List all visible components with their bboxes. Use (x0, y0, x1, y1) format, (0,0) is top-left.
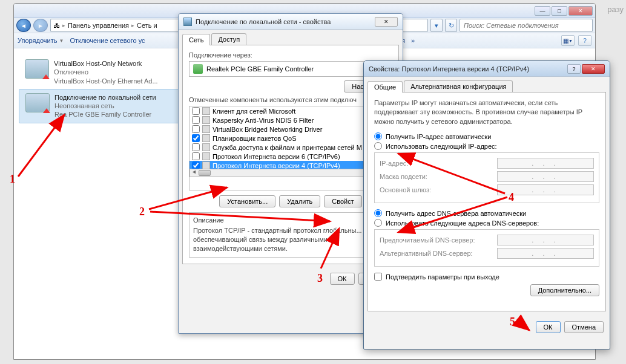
component-row: Протокол Интернета версии 6 (TCP/IPv6) (189, 152, 392, 161)
crumb-control-panel[interactable]: Панель управления (68, 22, 129, 29)
toolbar-disable[interactable]: Отключение сетевого ус (70, 37, 145, 44)
dns-fields-group: Предпочитаемый DNS-сервер:. . . Альтерна… (374, 229, 599, 267)
ok-button[interactable]: ОК (536, 321, 561, 333)
toolbar-organize[interactable]: Упорядочить▼ (18, 37, 64, 44)
tab-alt-config[interactable]: Альтернативная конфигурация (404, 80, 513, 92)
annotation-4: 4 (509, 191, 514, 204)
component-row: Служба доступа к файлам и принтерам сете… (189, 143, 392, 152)
dialog-titlebar: Свойства: Протокол Интернета версии 4 (T… (364, 61, 610, 77)
adapter-field: Realtek PCIe GBE Family Controller (189, 61, 392, 77)
search-input[interactable] (460, 19, 593, 32)
dns2-input: . . . (497, 248, 594, 259)
crumb-network[interactable]: Сеть и (137, 22, 157, 29)
dialog-close-button[interactable]: ✕ (375, 17, 398, 27)
component-icon (202, 143, 210, 151)
component-checkbox[interactable] (192, 125, 200, 133)
component-checkbox[interactable] (192, 107, 200, 115)
component-list[interactable]: Клиент для сетей Microsoft Kaspersky Ant… (189, 106, 392, 190)
mask-input: . . . (497, 171, 594, 182)
annotation-5: 5 (510, 316, 515, 328)
dns2-label: Альтернативный DNS-сервер: (380, 250, 473, 257)
dialog-title-text: Подключение по локальной сети - свойства (196, 18, 331, 25)
ok-button[interactable]: ОК (330, 273, 355, 285)
radio-auto-dns[interactable]: Получить адрес DNS-сервера автоматически (374, 209, 599, 217)
component-checkbox[interactable] (192, 116, 200, 124)
component-row: Клиент для сетей Microsoft (189, 106, 392, 115)
refresh-button[interactable]: ↻ (445, 19, 457, 32)
mask-label: Маска подсети: (380, 173, 427, 180)
annotation-1: 1 (10, 173, 15, 186)
ipv4-properties-dialog: Свойства: Протокол Интернета версии 4 (T… (363, 60, 610, 349)
dialog-titlebar: Подключение по локальной сети - свойства… (179, 14, 403, 30)
ip-address-label: IP-адрес: (380, 160, 408, 167)
horizontal-scrollbar[interactable] (189, 169, 392, 177)
component-icon (202, 107, 210, 115)
minimize-button[interactable]: — (535, 6, 550, 16)
remove-button[interactable]: Удалить (279, 195, 320, 207)
tab-general[interactable]: Общие (367, 81, 403, 93)
component-row: VirtualBox Bridged Networking Driver (189, 125, 392, 134)
maximize-button[interactable]: □ (552, 6, 567, 16)
component-row: Kaspersky Anti-Virus NDIS 6 Filter (189, 115, 392, 125)
tab-network[interactable]: Сеть (182, 34, 210, 45)
intro-text: Параметры IP могут назначаться автоматич… (374, 99, 599, 126)
back-button[interactable]: ◄ (16, 19, 31, 32)
description-box: Описание Протокол TCP/IP - стандартный п… (189, 212, 392, 258)
tab-access[interactable]: Доступ (211, 33, 246, 45)
forward-button[interactable]: ► (33, 19, 48, 32)
toolbar-more[interactable]: » (411, 37, 415, 44)
properties-button[interactable]: Свойст (324, 195, 361, 207)
components-label: Отмеченные компоненты используются этим … (189, 96, 392, 103)
annotation-3: 3 (317, 272, 323, 285)
dialog-close-button[interactable]: ✕ (582, 64, 605, 74)
install-button[interactable]: Установить... (219, 195, 275, 207)
adapter-icon (25, 59, 49, 79)
confirm-label: Подтвердить параметры при выходе (386, 273, 499, 281)
dns1-input: . . . (497, 235, 594, 245)
advanced-button[interactable]: Дополнительно... (530, 284, 599, 296)
component-checkbox[interactable] (192, 143, 200, 151)
radio-manual-dns[interactable]: Использовать следующие адреса DNS-сервер… (374, 219, 599, 227)
help-icon[interactable]: ? (578, 35, 591, 46)
ip-fields-group: IP-адрес:. . . Маска подсети:. . . Основ… (374, 152, 599, 203)
radio-auto-ip[interactable]: Получить IP-адрес автоматически (374, 132, 599, 140)
radio-manual-ip[interactable]: Использовать следующий IP-адрес: (374, 142, 599, 150)
dialog-icon (183, 18, 192, 26)
cancel-button[interactable]: Отмена (564, 321, 604, 333)
component-row: Планировщик пакетов QoS (189, 134, 392, 143)
component-checkbox[interactable] (192, 152, 200, 160)
dialog-title-text: Свойства: Протокол Интернета версии 4 (T… (369, 65, 529, 73)
component-icon (202, 125, 210, 133)
ip-address-input: . . . (497, 158, 594, 169)
nic-icon (193, 64, 203, 74)
gateway-label: Основной шлюз: (380, 186, 431, 193)
help-button[interactable]: ? (567, 64, 581, 74)
dns1-label: Предпочитаемый DNS-сервер: (380, 236, 475, 244)
component-icon (202, 152, 210, 160)
component-icon (202, 116, 210, 124)
close-button[interactable]: ✕ (568, 6, 593, 16)
breadcrumb-dropdown[interactable]: ▾ (430, 19, 443, 32)
breadcrumb-icon: 🖧 (53, 22, 60, 29)
component-checkbox[interactable] (192, 134, 200, 142)
annotation-2: 2 (139, 206, 145, 218)
view-icon[interactable]: ▦▼ (561, 35, 575, 46)
background-text: разу (607, 5, 624, 14)
connect-via-label: Подключение через: (189, 51, 392, 59)
adapter-icon (25, 93, 50, 112)
component-icon (202, 134, 210, 142)
confirm-checkbox[interactable] (374, 273, 382, 281)
